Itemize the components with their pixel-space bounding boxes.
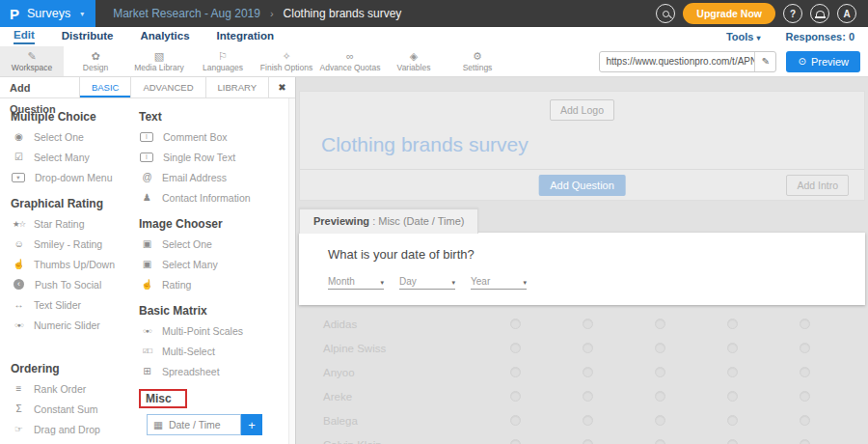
radio-button: [583, 439, 593, 444]
question-preview-panel: What is your date of birth? Month▾ Day▾ …: [299, 233, 865, 305]
radio-button: [510, 439, 521, 444]
qtype-multi-select[interactable]: ☑☐Multi-Select: [139, 341, 295, 361]
breadcrumb-survey[interactable]: Clothing brands survey: [284, 7, 402, 20]
qtype-rank-order[interactable]: ≡Rank Order: [11, 378, 133, 399]
qtype-push-to-social[interactable]: ‹Push To Social: [11, 274, 133, 294]
chevron-down-icon: ▾: [523, 279, 527, 287]
radio-button: [583, 367, 593, 377]
qtype-email-address[interactable]: @Email Address: [139, 167, 295, 187]
radio-button: [655, 367, 665, 377]
preview-button[interactable]: ⊙ Preview: [786, 51, 860, 72]
qtype-comment-box[interactable]: IComment Box: [139, 126, 295, 147]
matrix-row[interactable]: Alpine Swiss: [296, 336, 868, 360]
qtype-spreadsheet[interactable]: ⊞Spreadsheet: [139, 361, 295, 381]
qtype-date-time[interactable]: ▦Date / Time +: [147, 414, 262, 435]
toolbar-media-library[interactable]: ▧ Media Library: [127, 46, 191, 76]
breadcrumb-folder[interactable]: Market Research - Aug 2019: [113, 7, 260, 20]
qtype-text-slider[interactable]: ↔Text Slider: [11, 294, 133, 315]
chevron-down-icon: ▾: [451, 279, 455, 287]
help-button[interactable]: ?: [783, 4, 802, 23]
qtype-drag-and-drop[interactable]: ☞Drag and Drop: [11, 419, 133, 439]
tab-analytics[interactable]: Analytics: [140, 30, 189, 43]
radio-button: [727, 319, 738, 329]
qtype-image-select-many[interactable]: ▣Select Many: [139, 254, 295, 274]
upgrade-now-button[interactable]: Upgrade Now: [683, 3, 775, 24]
matrix-row[interactable]: Anyoo: [296, 360, 868, 384]
qtype-dropdown-menu[interactable]: ▾Drop-down Menu: [11, 167, 133, 187]
toolbar-finish-options[interactable]: ✧ Finish Options: [255, 46, 318, 76]
notifications-button[interactable]: [810, 4, 829, 23]
toolbar-workspace[interactable]: ✎ Workspace: [0, 46, 64, 76]
add-logo-button[interactable]: Add Logo: [550, 99, 614, 121]
add-intro-button[interactable]: Add Intro: [786, 175, 849, 196]
responses-count[interactable]: Responses: 0: [785, 31, 854, 42]
tab-edit[interactable]: Edit: [14, 29, 35, 44]
qtype-smiley-rating[interactable]: ☺Smiley - Rating: [11, 234, 133, 254]
qtype-image-rating[interactable]: ☝Rating: [139, 274, 295, 294]
smiley-icon: ☺: [11, 238, 27, 249]
toolbar-languages[interactable]: ⚐ Languages: [191, 46, 255, 76]
multi-select-icon: ☑☐: [139, 347, 155, 355]
add-date-time-button[interactable]: +: [241, 414, 262, 435]
account-avatar[interactable]: A: [837, 4, 856, 23]
radio-button: [583, 415, 593, 426]
panel-scrollbar[interactable]: [288, 98, 295, 444]
qtype-image-select-one[interactable]: ▣Select One: [139, 234, 295, 254]
matrix-row[interactable]: Balega: [296, 408, 868, 432]
misc-section-highlight: Misc: [139, 389, 187, 408]
radio-button: [800, 343, 810, 353]
calendar-icon: ▦: [153, 419, 163, 430]
image-select-many-icon: ▣: [139, 259, 155, 269]
matrix-row[interactable]: Adidas: [296, 312, 868, 336]
toolbar-advance-quotas[interactable]: ∞ Advance Quotas: [318, 46, 382, 76]
qtype-numeric-slider[interactable]: ○●○Numeric Slider: [11, 315, 133, 335]
toolbar-design[interactable]: ✿ Design: [64, 46, 127, 76]
radio-button: [727, 367, 738, 377]
qtype-multi-point-scales[interactable]: ○●○Multi-Point Scales: [139, 320, 295, 341]
tab-library[interactable]: LIBRARY: [205, 77, 268, 97]
surveys-menu[interactable]: P Surveys ▾: [0, 0, 95, 27]
toolbar-variables[interactable]: ◈ Variables: [382, 46, 446, 76]
matrix-row-label: Calvin Klein: [296, 439, 479, 444]
select-one-icon: ◉: [11, 131, 27, 142]
tab-integration[interactable]: Integration: [217, 30, 274, 43]
tools-menu[interactable]: Tools ▾: [726, 31, 761, 42]
radio-button: [583, 343, 593, 353]
matrix-row[interactable]: Calvin Klein: [296, 432, 868, 444]
section-multiple-choice: Multiple Choice: [11, 110, 133, 124]
survey-canvas: Add Logo Clothing brands survey Add Ques…: [296, 77, 868, 444]
qtype-star-rating[interactable]: ★☆Star Rating: [11, 213, 133, 234]
radio-button: [510, 415, 521, 426]
tab-advanced[interactable]: ADVANCED: [130, 77, 204, 97]
toolbar-settings[interactable]: ⚙ Settings: [446, 46, 509, 76]
qtype-select-one[interactable]: ◉Select One: [11, 126, 133, 147]
qtype-single-row-text[interactable]: ISingle Row Text: [139, 147, 295, 167]
survey-url-field[interactable]: https://www.questionpro.com/t/APNrfZ ✎: [599, 51, 776, 72]
matrix-row[interactable]: Areke: [296, 384, 868, 408]
breadcrumb: Market Research - Aug 2019 › Clothing br…: [113, 7, 401, 20]
at-sign-icon: @: [139, 172, 155, 182]
edit-url-button[interactable]: ✎: [754, 52, 775, 71]
qtype-contact-information[interactable]: ♟Contact Information: [139, 187, 295, 208]
qtype-constant-sum[interactable]: ΣConstant Sum: [11, 399, 133, 419]
qtype-thumbs-updown[interactable]: ☝Thumbs Up/Down: [11, 254, 133, 274]
main-nav: Edit Distribute Analytics Integration To…: [0, 27, 868, 46]
qtype-select-many[interactable]: ☑Select Many: [11, 147, 133, 167]
translate-icon: ⚐: [218, 50, 228, 62]
tab-basic[interactable]: BASIC: [79, 77, 131, 97]
section-ordering: Ordering: [11, 362, 133, 375]
tab-distribute[interactable]: Distribute: [62, 30, 114, 43]
month-select[interactable]: Month▾: [328, 276, 384, 290]
survey-title[interactable]: Clothing brands survey: [321, 133, 864, 156]
qtype-captcha[interactable]: vsCaptcha: [147, 439, 295, 444]
brand-matrix-question: Adidas Alpine Swiss Anyoo Areke Balega C…: [296, 312, 868, 444]
search-button[interactable]: [656, 4, 675, 23]
add-question-button[interactable]: Add Question: [538, 175, 626, 196]
top-bar: P Surveys ▾ Market Research - Aug 2019 ›…: [0, 0, 868, 27]
section-basic-matrix: Basic Matrix: [139, 304, 295, 318]
year-select[interactable]: Year▾: [471, 276, 527, 290]
day-select[interactable]: Day▾: [399, 276, 455, 290]
radio-button: [583, 391, 593, 402]
radio-button: [655, 391, 665, 402]
close-panel-button[interactable]: ✖: [268, 77, 295, 97]
